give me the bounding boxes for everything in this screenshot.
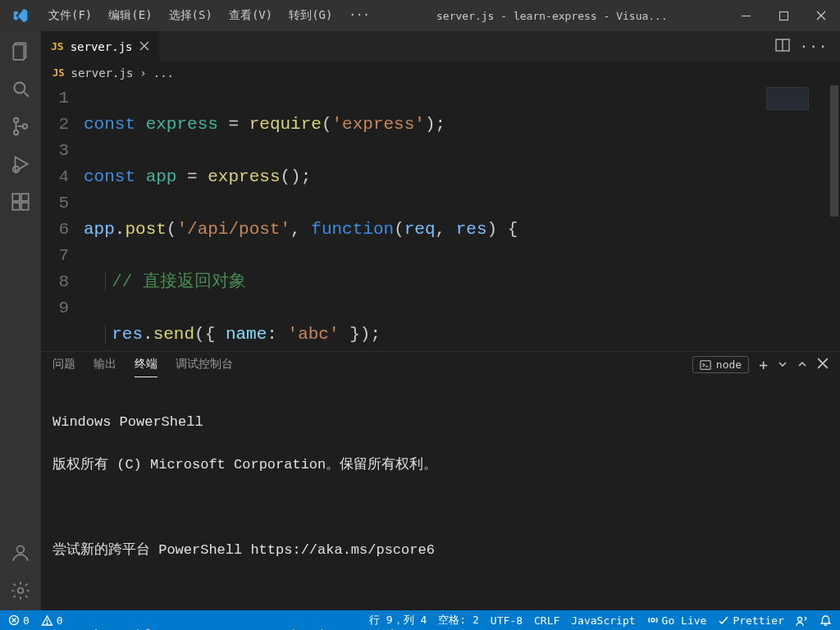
svg-point-6 bbox=[14, 130, 18, 135]
terminal-line: 尝试新的跨平台 PowerShell https://aka.ms/pscore… bbox=[52, 540, 829, 561]
svg-rect-10 bbox=[12, 203, 20, 210]
status-indentation[interactable]: 空格: 2 bbox=[438, 613, 478, 628]
svg-point-14 bbox=[18, 588, 24, 594]
status-go-live[interactable]: Go Live bbox=[647, 614, 707, 627]
status-errors[interactable]: 0 bbox=[8, 614, 30, 627]
main-menu: 文件(F) 编辑(E) 选择(S) 查看(V) 转到(G) ··· bbox=[41, 5, 377, 26]
new-terminal-icon[interactable]: + bbox=[759, 356, 768, 373]
menu-more[interactable]: ··· bbox=[341, 5, 377, 26]
extensions-icon[interactable] bbox=[7, 189, 34, 215]
run-debug-icon[interactable] bbox=[7, 151, 34, 177]
breadcrumb[interactable]: JS server.js › ... bbox=[41, 62, 840, 84]
svg-point-13 bbox=[17, 546, 25, 553]
activity-bar bbox=[0, 31, 41, 610]
svg-rect-12 bbox=[21, 194, 29, 201]
close-icon[interactable] bbox=[139, 40, 149, 53]
menu-file[interactable]: 文件(F) bbox=[41, 5, 99, 26]
editor-tab-server-js[interactable]: JS server.js bbox=[41, 31, 160, 62]
more-actions-icon[interactable]: ··· bbox=[800, 39, 829, 54]
status-bell-icon[interactable] bbox=[819, 614, 832, 627]
maximize-button[interactable] bbox=[765, 0, 802, 31]
terminal-selector[interactable]: node bbox=[692, 356, 749, 373]
line-gutter: 12 34 56 78 9 bbox=[41, 85, 84, 351]
svg-point-20 bbox=[47, 623, 48, 623]
breadcrumb-file: server.js bbox=[71, 66, 133, 80]
svg-rect-0 bbox=[742, 16, 751, 16]
terminal-line: Windows PowerShell bbox=[52, 412, 829, 433]
editor-tab-bar: JS server.js ··· bbox=[41, 31, 840, 62]
menu-go[interactable]: 转到(G) bbox=[281, 5, 340, 26]
menu-view[interactable]: 查看(V) bbox=[221, 5, 280, 26]
split-editor-icon[interactable] bbox=[775, 38, 790, 56]
status-cursor-position[interactable]: 行 9，列 4 bbox=[369, 613, 427, 628]
title-bar: 文件(F) 编辑(E) 选择(S) 查看(V) 转到(G) ··· server… bbox=[0, 0, 840, 31]
status-warnings[interactable]: 0 bbox=[41, 614, 63, 627]
source-control-icon[interactable] bbox=[7, 113, 34, 139]
window-controls bbox=[727, 0, 840, 31]
explorer-icon[interactable] bbox=[7, 38, 34, 64]
status-eol[interactable]: CRLF bbox=[534, 614, 559, 627]
svg-rect-9 bbox=[12, 194, 20, 201]
search-icon[interactable] bbox=[7, 75, 34, 102]
terminal[interactable]: Windows PowerShell 版权所有 (C) Microsoft Co… bbox=[41, 377, 840, 630]
svg-point-7 bbox=[23, 124, 27, 128]
svg-point-22 bbox=[798, 617, 802, 621]
code-content[interactable]: const express = require('express'); cons… bbox=[84, 85, 763, 351]
close-button[interactable] bbox=[802, 0, 840, 31]
js-icon: JS bbox=[51, 40, 64, 52]
bottom-panel: 问题 输出 终端 调试控制台 node + bbox=[41, 351, 840, 610]
menu-edit[interactable]: 编辑(E) bbox=[101, 5, 159, 26]
status-encoding[interactable]: UTF-8 bbox=[491, 614, 523, 627]
terminal-line: 版权所有 (C) Microsoft Corporation。保留所有权利。 bbox=[52, 454, 829, 476]
svg-rect-3 bbox=[13, 44, 24, 59]
panel-tab-problems[interactable]: 问题 bbox=[52, 352, 75, 377]
window-title: server.js - learn-express - Visua... bbox=[377, 10, 727, 22]
svg-point-5 bbox=[14, 118, 18, 122]
panel-tab-output[interactable]: 输出 bbox=[94, 352, 116, 377]
svg-rect-1 bbox=[779, 11, 788, 20]
minimize-button[interactable] bbox=[727, 0, 765, 31]
accounts-icon[interactable] bbox=[7, 540, 34, 566]
maximize-panel-icon[interactable] bbox=[797, 358, 807, 372]
status-language-mode[interactable]: JavaScript bbox=[571, 614, 635, 627]
js-icon: JS bbox=[52, 67, 64, 79]
chevron-right-icon: › bbox=[139, 66, 146, 80]
settings-gear-icon[interactable] bbox=[7, 578, 34, 604]
svg-rect-11 bbox=[21, 203, 29, 210]
vertical-scrollbar[interactable] bbox=[829, 84, 840, 351]
svg-point-21 bbox=[651, 619, 655, 622]
minimap[interactable] bbox=[763, 84, 829, 351]
status-prettier[interactable]: Prettier bbox=[718, 614, 784, 627]
panel-tab-debug-console[interactable]: 调试控制台 bbox=[176, 352, 233, 377]
tab-filename: server.js bbox=[71, 40, 133, 53]
panel-tab-terminal[interactable]: 终端 bbox=[135, 352, 158, 377]
code-editor[interactable]: 12 34 56 78 9 const express = require('e… bbox=[41, 84, 763, 351]
svg-point-4 bbox=[14, 82, 25, 93]
vscode-logo-icon bbox=[0, 7, 41, 24]
status-feedback-icon[interactable] bbox=[796, 614, 808, 627]
close-panel-icon[interactable] bbox=[817, 358, 829, 372]
menu-selection[interactable]: 选择(S) bbox=[162, 5, 220, 26]
chevron-down-icon[interactable] bbox=[778, 358, 788, 372]
breadcrumb-more: ... bbox=[153, 66, 174, 80]
